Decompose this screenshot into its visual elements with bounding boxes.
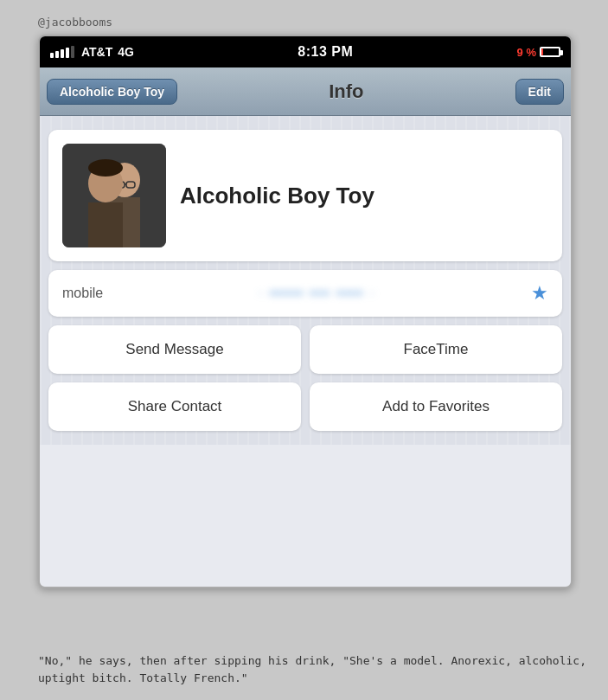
contact-header-card: Alcoholic Boy Toy bbox=[48, 130, 562, 261]
facetime-button[interactable]: FaceTime bbox=[310, 325, 562, 374]
nav-title: Info bbox=[329, 80, 363, 103]
share-contact-button[interactable]: Share Contact bbox=[48, 382, 301, 431]
action-row-1: Send Message FaceTime bbox=[48, 325, 562, 374]
watermark-text: @jacobbooms bbox=[38, 16, 112, 29]
battery-fill bbox=[541, 48, 543, 55]
navigation-bar: Alcoholic Boy Toy Info Edit bbox=[40, 67, 571, 116]
signal-icon bbox=[50, 46, 74, 58]
status-bar: AT&T 4G 8:13 PM 9 % bbox=[40, 36, 571, 67]
avatar bbox=[62, 144, 166, 247]
caption-text: "No," he says, then after sipping his dr… bbox=[38, 652, 591, 686]
phone-number-row[interactable]: mobile · ••••• ••• •••• · ★ bbox=[48, 270, 562, 317]
action-row-2: Share Contact Add to Favorites bbox=[48, 382, 562, 431]
contact-name: Alcoholic Boy Toy bbox=[180, 183, 374, 209]
content-area: Alcoholic Boy Toy mobile · ••••• ••• •••… bbox=[40, 116, 571, 445]
svg-point-8 bbox=[88, 159, 123, 177]
status-right: 9 % bbox=[517, 46, 560, 59]
add-to-favorites-button[interactable]: Add to Favorites bbox=[310, 382, 562, 431]
time-display: 8:13 PM bbox=[298, 44, 353, 60]
carrier-label: AT&T bbox=[81, 45, 112, 59]
send-message-button[interactable]: Send Message bbox=[48, 325, 301, 374]
phone-type-label: mobile bbox=[62, 286, 103, 301]
battery-icon bbox=[540, 47, 560, 57]
edit-button[interactable]: Edit bbox=[515, 79, 564, 105]
back-button[interactable]: Alcoholic Boy Toy bbox=[47, 79, 177, 105]
network-label: 4G bbox=[118, 45, 134, 59]
battery-percent: 9 % bbox=[517, 46, 536, 59]
status-left: AT&T 4G bbox=[50, 45, 134, 59]
svg-rect-7 bbox=[88, 202, 123, 247]
phone-frame: AT&T 4G 8:13 PM 9 % Alcoholic Boy Toy In… bbox=[38, 35, 573, 588]
avatar-image bbox=[62, 144, 166, 247]
favorite-star-icon[interactable]: ★ bbox=[531, 282, 548, 305]
phone-number-value: · ••••• ••• •••• · bbox=[259, 285, 376, 302]
